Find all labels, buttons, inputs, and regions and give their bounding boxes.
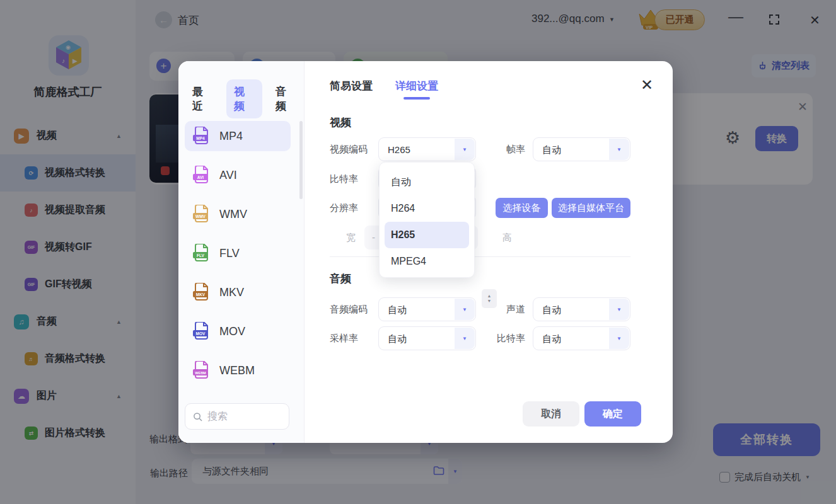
svg-text:FLV: FLV — [197, 253, 204, 258]
file-format-icon: MOV — [193, 322, 210, 341]
modal-close-icon[interactable]: ✕ — [641, 76, 653, 94]
file-format-icon: FLV — [193, 244, 210, 263]
samplerate-value: 自动 — [388, 333, 407, 345]
format-item-flv[interactable]: FLVFLV — [185, 238, 291, 268]
cancel-button[interactable]: 取消 — [523, 401, 579, 427]
format-list-scrollbar[interactable] — [299, 121, 303, 199]
audio-bitrate-select[interactable]: 自动 ▼ — [533, 326, 630, 350]
audio-bitrate-label: 比特率 — [497, 333, 525, 345]
format-item-label: WMV — [219, 208, 247, 221]
file-format-icon: MP4 — [193, 127, 210, 146]
video-codec-select[interactable]: H265 ▼ — [378, 137, 476, 161]
file-format-icon: WMV — [193, 205, 210, 224]
width-label: 宽 — [346, 232, 356, 244]
chevron-down-icon: ▼ — [609, 299, 629, 320]
select-device-button[interactable]: 选择设备 — [496, 198, 548, 218]
chevron-down-icon: ▼ — [455, 299, 475, 320]
format-item-label: WEBM — [219, 364, 255, 377]
format-item-label: MOV — [219, 325, 245, 338]
audio-section-title: 音频 — [330, 272, 351, 286]
codec-option-自动[interactable]: 自动 — [385, 169, 469, 195]
audio-codec-value: 自动 — [388, 304, 407, 316]
resolution-label: 分辨率 — [330, 202, 358, 214]
channel-label: 声道 — [506, 304, 525, 316]
svg-text:MKV: MKV — [196, 292, 206, 297]
category-tabs: 最近视频音频 — [185, 79, 304, 118]
samplerate-select[interactable]: 自动 ▼ — [378, 326, 476, 350]
settings-tab-0[interactable]: 简易设置 — [330, 79, 373, 100]
svg-text:WMV: WMV — [195, 214, 206, 219]
video-codec-label: 视频编码 — [330, 144, 368, 156]
section-divider — [330, 256, 630, 257]
ok-button[interactable]: 确定 — [584, 401, 641, 427]
height-stepper[interactable]: ▲▼ — [482, 289, 497, 308]
codec-option-mpeg4[interactable]: MPEG4 — [385, 248, 469, 275]
search-icon — [193, 412, 202, 421]
category-tab-0[interactable]: 最近 — [185, 79, 221, 118]
svg-text:WEBM: WEBM — [195, 371, 206, 375]
format-item-label: MKV — [219, 286, 244, 299]
framerate-label: 帧率 — [506, 144, 525, 156]
svg-text:AVI: AVI — [197, 175, 204, 180]
audio-bitrate-value: 自动 — [542, 333, 561, 345]
video-bitrate-label: 比特率 — [330, 173, 358, 185]
format-item-label: AVI — [219, 169, 237, 182]
format-item-label: MP4 — [219, 130, 243, 143]
category-tab-1[interactable]: 视频 — [226, 79, 262, 118]
codec-option-h264[interactable]: H264 — [385, 195, 469, 222]
width-placeholder: - — [372, 232, 375, 243]
audio-codec-select[interactable]: 自动 ▼ — [378, 297, 476, 321]
video-codec-dropdown: 自动H264H265MPEG4 — [379, 162, 475, 278]
channel-value: 自动 — [542, 304, 561, 316]
height-label: 高 — [502, 232, 512, 244]
select-media-platform-button[interactable]: 选择自媒体平台 — [552, 198, 630, 218]
format-panel: 最近视频音频 MP4MP4AVIAVIWMVWMVFLVFLVMKVMKVMOV… — [178, 61, 305, 443]
framerate-select[interactable]: 自动 ▼ — [533, 137, 630, 161]
file-format-icon: MKV — [193, 283, 210, 302]
category-tab-2[interactable]: 音频 — [268, 79, 304, 118]
format-item-wmv[interactable]: WMVWMV — [185, 199, 291, 229]
chevron-down-icon: ▼ — [609, 139, 629, 160]
audio-codec-label: 音频编码 — [330, 304, 368, 316]
format-item-mov[interactable]: MOVMOV — [185, 316, 291, 346]
format-item-mkv[interactable]: MKVMKV — [185, 277, 291, 307]
framerate-value: 自动 — [542, 144, 561, 156]
svg-text:MP4: MP4 — [196, 136, 205, 140]
channel-select[interactable]: 自动 ▼ — [533, 297, 630, 321]
settings-tab-1[interactable]: 详细设置 — [395, 79, 438, 100]
chevron-down-icon: ▼ — [455, 139, 475, 160]
codec-option-h265[interactable]: H265 — [385, 222, 469, 248]
format-list: MP4MP4AVIAVIWMVWMVFLVFLVMKVMKVMOVMOVWEBM… — [185, 121, 291, 394]
chevron-down-icon: ▼ — [609, 328, 629, 349]
format-item-webm[interactable]: WEBMWEBM — [185, 355, 291, 386]
svg-text:MOV: MOV — [196, 331, 206, 336]
file-format-icon: WEBM — [193, 361, 210, 380]
search-placeholder: 搜索 — [207, 410, 228, 423]
search-input[interactable]: 搜索 — [185, 403, 289, 430]
format-settings-modal: 最近视频音频 MP4MP4AVIAVIWMVWMVFLVFLVMKVMKVMOV… — [178, 61, 673, 443]
samplerate-label: 采样率 — [330, 333, 358, 345]
settings-tabs: 简易设置详细设置 — [330, 79, 438, 100]
file-format-icon: AVI — [193, 166, 210, 185]
chevron-down-icon: ▼ — [455, 328, 475, 349]
video-codec-value: H265 — [388, 144, 410, 155]
format-item-label: FLV — [219, 247, 240, 260]
video-section-title: 视频 — [330, 115, 351, 130]
format-item-avi[interactable]: AVIAVI — [185, 160, 291, 190]
format-item-mp4[interactable]: MP4MP4 — [185, 121, 291, 151]
